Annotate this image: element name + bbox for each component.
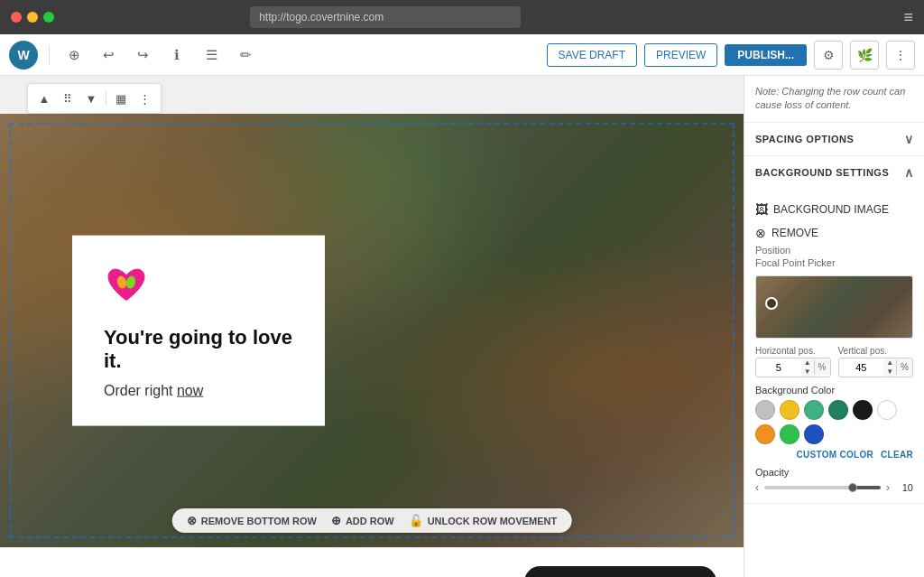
custom-color-button[interactable]: CUSTOM COLOR: [796, 450, 873, 460]
vertical-stepper: ▲ ▼: [883, 358, 896, 377]
vertical-pos-field: Vertical pos. ▲ ▼ %: [838, 346, 914, 377]
add-row-button[interactable]: ⊕ ADD ROW: [331, 514, 394, 527]
color-swatch-black[interactable]: [853, 400, 873, 420]
add-icon: ⊕: [331, 514, 341, 527]
opacity-slider[interactable]: [764, 486, 881, 489]
block-more-button[interactable]: ⋮: [134, 88, 155, 109]
remove-bottom-row-button[interactable]: ⊗ REMOVE BOTTOM ROW: [187, 514, 317, 527]
canvas-area: ▲ ⠿ ▼ ▦ ⋮: [0, 76, 744, 577]
horizontal-pos-label: Horizontal pos.: [755, 346, 831, 356]
get-started-button[interactable]: GET STARTED WITH TOGO: [524, 566, 716, 577]
hero-subtitle-text: Order right: [104, 382, 177, 397]
minimize-dot: [27, 12, 38, 23]
unlock-icon: 🔓: [409, 514, 423, 527]
browser-window-controls: [11, 12, 54, 23]
remove-circle-icon: ⊗: [755, 226, 766, 240]
main-area: ▲ ⠿ ▼ ▦ ⋮: [0, 76, 924, 577]
horizontal-pos-input-wrap: ▲ ▼ %: [755, 358, 831, 377]
opacity-row: ‹ › 10: [755, 481, 913, 494]
block-move-down-button[interactable]: ▼: [80, 88, 102, 109]
leaf-icon-button[interactable]: 🌿: [850, 41, 879, 70]
color-swatches: [755, 400, 913, 444]
vertical-pos-input[interactable]: [839, 359, 884, 376]
color-swatch-gray[interactable]: [755, 400, 775, 420]
opacity-left-arrow[interactable]: ‹: [755, 481, 759, 494]
spacing-options-section: SPACING OPTIONS ∨: [744, 123, 924, 156]
background-color-label: Background Color: [755, 385, 913, 396]
info-button[interactable]: ℹ: [163, 42, 190, 69]
hero-card: You're going to love it. Order right now: [72, 236, 325, 426]
background-image-label: BACKGROUND IMAGE: [773, 203, 889, 216]
list-view-button[interactable]: ☰: [198, 42, 225, 69]
background-chevron-icon: ∧: [904, 165, 914, 180]
add-block-button[interactable]: ⊕: [60, 42, 88, 69]
unlock-row-button[interactable]: 🔓 UNLOCK ROW MOVEMENT: [409, 514, 558, 527]
background-settings-content: 🖼 BACKGROUND IMAGE ⊗ REMOVE Position Foc…: [744, 189, 924, 503]
wp-logo[interactable]: W: [9, 41, 38, 70]
toolbar-right: SAVE DRAFT PREVIEW PUBLISH... ⚙ 🌿 ⋮: [547, 41, 915, 70]
close-dot: [11, 12, 22, 23]
background-settings-section: BACKGROUND SETTINGS ∧ 🖼 BACKGROUND IMAGE…: [744, 156, 924, 504]
hero-title: You're going to love it.: [104, 326, 293, 374]
opacity-right-arrow[interactable]: ›: [886, 481, 890, 494]
vertical-down-button[interactable]: ▼: [883, 368, 896, 377]
color-swatch-green[interactable]: [780, 424, 799, 444]
row-controls: ⊗ REMOVE BOTTOM ROW ⊕ ADD ROW 🔓 UNLOCK R…: [172, 508, 572, 533]
clear-color-button[interactable]: CLEAR: [881, 450, 913, 460]
opacity-value: 10: [895, 482, 913, 493]
wp-toolbar: W ⊕ ↩ ↪ ℹ ☰ ✏ SAVE DRAFT PREVIEW PUBLISH…: [0, 34, 924, 76]
vertical-unit: %: [896, 359, 912, 375]
browser-menu-icon[interactable]: ≡: [903, 8, 913, 27]
background-image-button[interactable]: 🖼 BACKGROUND IMAGE: [755, 198, 889, 221]
hero-subtitle: Order right now: [104, 382, 293, 398]
pencil-button[interactable]: ✏: [232, 42, 259, 69]
background-settings-header[interactable]: BACKGROUND SETTINGS ∧: [744, 156, 924, 189]
position-row: Horizontal pos. ▲ ▼ % Vertical pos.: [755, 346, 913, 377]
block-drag-handle[interactable]: ⠿: [57, 88, 79, 109]
color-swatch-blue[interactable]: [804, 424, 824, 444]
toolbar-separator: [106, 91, 106, 106]
maximize-dot: [43, 12, 54, 23]
browser-bar: http://togo.covertnine.com ≡: [0, 0, 924, 34]
remove-background-button[interactable]: ⊗ REMOVE: [755, 221, 818, 245]
url-text: http://togo.covertnine.com: [259, 11, 383, 23]
publish-button[interactable]: PUBLISH...: [725, 44, 807, 66]
color-swatch-orange[interactable]: [755, 424, 775, 444]
remove-row-label: REMOVE BOTTOM ROW: [201, 516, 317, 526]
redo-button[interactable]: ↪: [129, 42, 156, 69]
background-thumbnail: [755, 275, 913, 339]
vertical-up-button[interactable]: ▲: [883, 358, 896, 368]
settings-icon-button[interactable]: ⚙: [814, 41, 843, 70]
horizontal-pos-input[interactable]: [756, 359, 801, 376]
save-draft-button[interactable]: SAVE DRAFT: [547, 43, 637, 67]
focal-point-indicator[interactable]: [765, 297, 778, 310]
right-panel: Note: Changing the row count can cause l…: [744, 76, 924, 577]
spacing-options-header[interactable]: SPACING OPTIONS ∨: [744, 123, 924, 155]
opacity-label: Opacity: [755, 467, 913, 478]
vertical-pos-input-wrap: ▲ ▼ %: [838, 358, 914, 377]
hero-section: You're going to love it. Order right now…: [0, 114, 744, 547]
heart-logo-icon: [104, 263, 149, 308]
more-options-button[interactable]: ⋮: [886, 41, 915, 70]
color-swatch-teal-light[interactable]: [804, 400, 824, 420]
spacing-chevron-icon: ∨: [904, 132, 914, 146]
image-icon: 🖼: [755, 202, 768, 217]
color-swatch-teal-dark[interactable]: [828, 400, 848, 420]
preview-button[interactable]: PREVIEW: [644, 43, 717, 67]
horizontal-pos-field: Horizontal pos. ▲ ▼ %: [755, 346, 831, 377]
undo-button[interactable]: ↩: [95, 42, 122, 69]
unlock-row-label: UNLOCK ROW MOVEMENT: [428, 516, 558, 526]
block-layout-button[interactable]: ▦: [110, 88, 132, 109]
position-label: Position: [755, 245, 913, 256]
background-settings-label: BACKGROUND SETTINGS: [755, 167, 889, 178]
horizontal-down-button[interactable]: ▼: [801, 368, 814, 377]
url-bar[interactable]: http://togo.covertnine.com: [250, 6, 521, 28]
horizontal-up-button[interactable]: ▲: [801, 358, 814, 368]
color-actions: CUSTOM COLOR CLEAR: [755, 450, 913, 460]
color-swatch-white[interactable]: [877, 400, 897, 420]
opacity-handle[interactable]: [848, 483, 857, 492]
horizontal-unit: %: [814, 359, 830, 375]
block-move-up-button[interactable]: ▲: [33, 88, 55, 109]
color-swatch-yellow[interactable]: [780, 400, 799, 420]
hero-subtitle-link[interactable]: now: [177, 382, 203, 397]
